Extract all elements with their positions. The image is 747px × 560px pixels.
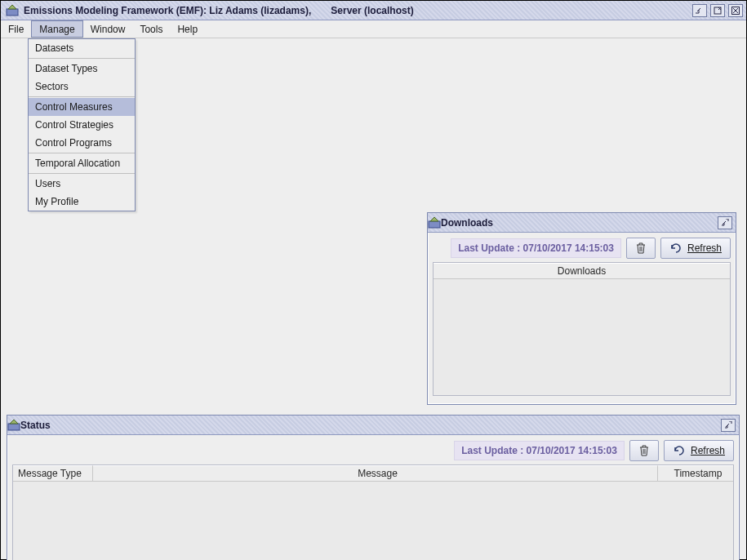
manage-menu-label: Control Strategies: [35, 119, 113, 131]
menu-tools-label: Tools: [140, 24, 162, 35]
status-toolbar: Last Update : 07/10/2017 14:15:03 Refres…: [7, 435, 739, 464]
manage-menu-users[interactable]: Users: [29, 175, 135, 193]
menu-file-label: File: [8, 24, 24, 35]
dropdown-separator: [29, 58, 135, 59]
downloads-refresh-button[interactable]: Refresh: [660, 238, 731, 259]
status-window: Status Last Update : 07/10/2017 14:15:03: [7, 415, 740, 560]
status-icon: [7, 419, 20, 432]
svg-rect-0: [7, 9, 18, 16]
downloads-last-update: Last Update : 07/10/2017 14:15:03: [451, 238, 621, 258]
manage-menu-label: Temporal Allocation: [35, 158, 120, 169]
manage-menu-control-measures[interactable]: Control Measures: [29, 98, 135, 116]
menu-window[interactable]: Window: [83, 20, 133, 38]
downloads-title: Downloads: [441, 217, 493, 229]
status-refresh-button[interactable]: Refresh: [664, 440, 734, 461]
downloads-refresh-label: Refresh: [687, 242, 722, 254]
app-title: Emissions Modeling Framework (EMF): Liz …: [24, 5, 311, 16]
menu-file[interactable]: File: [1, 20, 31, 38]
manage-menu-label: Control Measures: [35, 101, 113, 113]
manage-menu-label: Datasets: [35, 42, 73, 54]
trash-icon: [636, 242, 646, 254]
status-titlebar[interactable]: Status: [7, 416, 739, 435]
downloads-column-header[interactable]: Downloads: [434, 263, 730, 279]
app-server: Server (localhost): [331, 5, 413, 16]
menubar: File Manage Window Tools Help: [1, 20, 746, 38]
status-col-message[interactable]: Message: [93, 465, 658, 481]
maximize-window-button[interactable]: [710, 4, 725, 17]
status-title: Status: [20, 420, 51, 431]
manage-menu-label: My Profile: [35, 196, 78, 207]
dropdown-separator: [29, 153, 135, 153]
status-clear-button[interactable]: [629, 440, 659, 461]
refresh-icon: [673, 445, 686, 456]
menu-manage-label: Manage: [39, 24, 74, 35]
trash-icon: [639, 445, 649, 456]
refresh-icon: [669, 242, 683, 254]
downloads-maximize-button[interactable]: [718, 216, 732, 229]
menu-help[interactable]: Help: [170, 20, 205, 38]
menu-manage[interactable]: Manage: [31, 20, 82, 38]
status-col-message-type[interactable]: Message Type: [13, 465, 93, 481]
status-last-update: Last Update : 07/10/2017 14:15:03: [454, 441, 625, 460]
app-titlebar: Emissions Modeling Framework (EMF): Liz …: [1, 1, 746, 20]
svg-rect-3: [429, 221, 440, 228]
svg-rect-4: [8, 424, 20, 430]
manage-menu-label: Sectors: [35, 81, 69, 92]
status-refresh-label: Refresh: [691, 445, 725, 456]
downloads-table: Downloads: [433, 262, 731, 396]
close-window-button[interactable]: [728, 4, 743, 17]
manage-menu-my-profile[interactable]: My Profile: [29, 193, 135, 211]
downloads-icon: [428, 216, 441, 229]
manage-menu-label: Control Programs: [35, 137, 112, 149]
dropdown-separator: [29, 173, 135, 174]
manage-menu-datasets[interactable]: Datasets: [29, 39, 135, 57]
menu-window-label: Window: [91, 24, 126, 35]
status-table: Message Type Message Timestamp: [12, 464, 734, 560]
downloads-titlebar[interactable]: Downloads: [428, 213, 736, 233]
dropdown-separator: [29, 96, 135, 97]
manage-menu-temporal-allocation[interactable]: Temporal Allocation: [29, 154, 135, 172]
menu-tools[interactable]: Tools: [132, 20, 170, 38]
manage-menu-label: Dataset Types: [35, 63, 98, 74]
status-table-header: Message Type Message Timestamp: [13, 465, 733, 482]
menu-help-label: Help: [177, 24, 198, 35]
manage-menu-control-programs[interactable]: Control Programs: [29, 134, 135, 152]
manage-menu-label: Users: [35, 178, 60, 189]
status-maximize-button[interactable]: [721, 419, 736, 432]
downloads-window: Downloads Last Update : 07/10/2017 14:15…: [427, 212, 736, 405]
status-col-timestamp[interactable]: Timestamp: [658, 465, 733, 481]
downloads-clear-button[interactable]: [626, 238, 656, 259]
manage-menu-dataset-types[interactable]: Dataset Types: [29, 60, 135, 78]
manage-menu-control-strategies[interactable]: Control Strategies: [29, 116, 135, 134]
minimize-window-button[interactable]: [692, 4, 707, 17]
manage-menu-sectors[interactable]: Sectors: [29, 78, 135, 96]
app-icon: [4, 2, 20, 19]
manage-dropdown: Datasets Dataset Types Sectors Control M…: [28, 38, 136, 211]
downloads-toolbar: Last Update : 07/10/2017 14:15:03 Refres…: [428, 233, 736, 262]
